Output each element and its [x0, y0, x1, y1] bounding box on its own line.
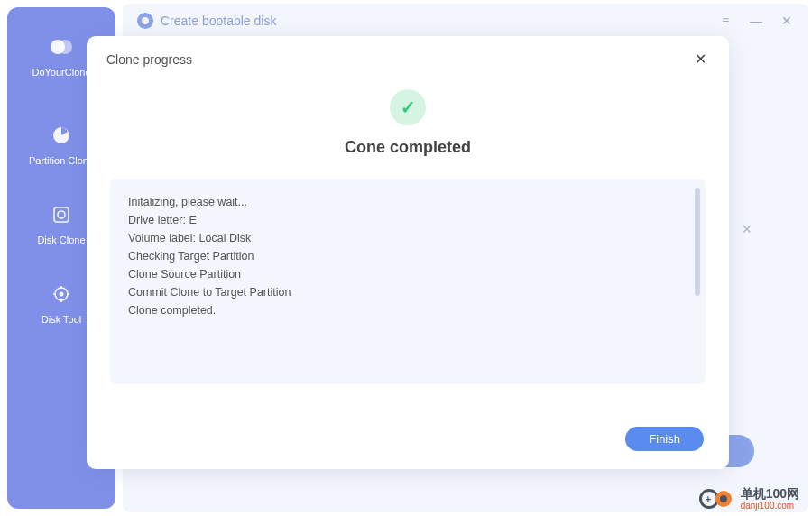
scrollbar[interactable] — [695, 188, 700, 296]
log-line: Volume label: Local Disk — [128, 229, 687, 247]
sidebar-logo[interactable]: DoYourClone — [32, 34, 90, 78]
sidebar-item-label: Disk Tool — [42, 314, 81, 325]
finish-button[interactable]: Finish — [625, 427, 704, 451]
log-line: Clone Source Partition — [128, 265, 687, 283]
log-panel: Initalizing, please wait... Drive letter… — [110, 179, 706, 384]
disk-icon — [49, 202, 74, 227]
window-controls: ≡ — ✕ — [718, 14, 794, 28]
sidebar-item-disk-tool[interactable]: Disk Tool — [42, 281, 81, 325]
watermark-text: 单机100网 danji100.com — [741, 487, 799, 511]
log-line: Drive letter: E — [128, 211, 687, 229]
success-icon-wrap: ✓ — [106, 89, 709, 125]
log-line: Clone completed. — [128, 301, 687, 319]
svg-point-4 — [58, 211, 65, 218]
sidebar-item-disk-clone[interactable]: Disk Clone — [37, 202, 85, 245]
logo-icon — [49, 34, 74, 60]
sidebar-item-label: Partition Clone — [29, 155, 94, 166]
log-line: Checking Target Partition — [128, 247, 687, 265]
svg-point-6 — [60, 292, 64, 297]
sidebar-item-label: Disk Clone — [37, 235, 85, 245]
page-title: Create bootable disk — [161, 14, 711, 28]
sidebar-item-partition-clone[interactable]: Partition Clone — [29, 123, 94, 166]
logo-label: DoYourClone — [32, 67, 90, 78]
gear-icon — [49, 281, 74, 307]
modal-title: Clone progress — [106, 52, 192, 67]
clone-progress-modal: Clone progress ✕ ✓ Cone completed Inital… — [87, 36, 729, 469]
modal-header: Clone progress ✕ — [106, 51, 709, 82]
pie-icon — [49, 123, 74, 148]
svg-point-1 — [58, 40, 72, 54]
success-check-icon: ✓ — [390, 89, 426, 125]
watermark-text-top: 单机100网 — [741, 487, 799, 501]
modal-close-icon[interactable]: ✕ — [691, 51, 709, 68]
watermark-icon: + — [699, 487, 735, 511]
log-lines: Initalizing, please wait... Drive letter… — [128, 193, 687, 319]
close-icon[interactable]: ✕ — [780, 14, 794, 28]
modal-footer: Finish — [106, 412, 709, 451]
title-bar: Create bootable disk ≡ — ✕ — [123, 4, 808, 38]
watermark: + 单机100网 danji100.com — [699, 487, 799, 511]
menu-icon[interactable]: ≡ — [718, 14, 733, 28]
minimize-icon[interactable]: — — [749, 14, 763, 28]
app-icon — [137, 13, 153, 29]
log-line: Commit Clone to Target Partition — [128, 283, 687, 301]
watermark-text-bottom: danji100.com — [741, 501, 799, 511]
background-close-icon[interactable]: ✕ — [742, 222, 752, 236]
svg-rect-3 — [54, 207, 69, 222]
completed-title: Cone completed — [106, 138, 709, 157]
log-line: Initalizing, please wait... — [128, 193, 687, 211]
